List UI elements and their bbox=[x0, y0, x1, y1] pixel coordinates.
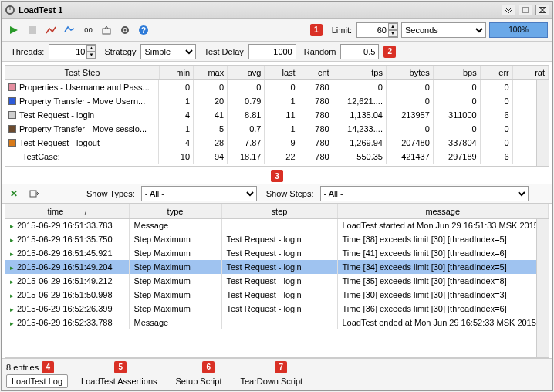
stats-header-last[interactable]: last bbox=[265, 66, 299, 79]
log-row[interactable]: 2015-06-29 16:51:49.204Step MaximumTest … bbox=[5, 260, 549, 274]
reset-statistics-button[interactable]: 0.0 bbox=[80, 22, 96, 38]
stats-header-tps[interactable]: tps bbox=[333, 66, 386, 79]
stats-header-rat[interactable]: rat bbox=[512, 66, 548, 79]
log-header-message[interactable]: message bbox=[337, 204, 549, 218]
tab-loadtest-log[interactable]: LoadTest Log bbox=[6, 374, 68, 388]
stats-cell-avg: 0 bbox=[228, 79, 265, 94]
stats-cell-max: 0 bbox=[194, 79, 228, 94]
log-row[interactable]: 2015-06-29 16:52:33.788MessageLoadTest e… bbox=[5, 316, 549, 329]
run-button[interactable] bbox=[6, 22, 22, 38]
stats-row[interactable]: Property Transfer - Move sessio...150.71… bbox=[5, 122, 549, 136]
log-cell-step: Test Request - login bbox=[221, 246, 337, 260]
parameters-bar: Threads: ▲▼ Strategy Simple Test Delay R… bbox=[2, 42, 552, 62]
stats-cell-bytes: 0 bbox=[386, 94, 433, 108]
export-button[interactable] bbox=[99, 22, 114, 38]
minimize-button[interactable] bbox=[502, 5, 515, 15]
show-steps-select[interactable]: - All - bbox=[320, 186, 529, 201]
stats-header-max[interactable]: max bbox=[194, 66, 228, 79]
log-row[interactable]: 2015-06-29 16:51:35.750Step MaximumTest … bbox=[5, 232, 549, 246]
log-cell-step bbox=[221, 218, 337, 232]
log-cell-message: Time [36] exceeds limit [30] [threadInde… bbox=[337, 302, 549, 316]
log-header-time[interactable]: time / bbox=[5, 204, 129, 218]
stats-cell-bps: 0 bbox=[433, 94, 480, 108]
stats-cell-tps: 12,621.... bbox=[333, 94, 386, 108]
stats-cell-err: 0 bbox=[480, 136, 512, 150]
log-cell-step: Test Request - login bbox=[221, 260, 337, 274]
random-input[interactable] bbox=[340, 44, 379, 59]
limit-label: Limit: bbox=[332, 25, 352, 35]
statistics-chart-button[interactable] bbox=[43, 22, 59, 38]
log-cell-step: Test Request - login bbox=[221, 302, 337, 316]
limit-spinner[interactable]: ▲▼ bbox=[388, 23, 397, 37]
stats-row[interactable]: TestCase:109418.1722780550.3542143729718… bbox=[5, 150, 549, 164]
callout-7: 7 bbox=[275, 361, 287, 373]
log-cell-message: Time [38] exceeds limit [30] [threadInde… bbox=[337, 232, 549, 246]
stats-header-min[interactable]: min bbox=[159, 66, 193, 79]
log-row[interactable]: 2015-06-29 16:51:33.783MessageLoadTest s… bbox=[5, 218, 549, 232]
stats-row[interactable]: Test Request - login4418.81117801,135.04… bbox=[5, 108, 549, 122]
stop-button[interactable] bbox=[25, 22, 40, 38]
log-table: time /typestepmessage 2015-06-29 16:51:3… bbox=[5, 204, 549, 358]
stats-cell-min: 1 bbox=[159, 122, 193, 136]
stats-cell-avg: 18.17 bbox=[228, 150, 265, 164]
strategy-select[interactable]: Simple bbox=[140, 44, 196, 59]
limit-unit-select[interactable]: Seconds bbox=[401, 22, 486, 38]
svg-rect-13 bbox=[30, 191, 36, 197]
stats-cell-avg: 0.7 bbox=[228, 122, 265, 136]
stats-cell-last: 0 bbox=[265, 79, 299, 94]
callout-1: 1 bbox=[310, 24, 323, 36]
stats-header-avg[interactable]: avg bbox=[228, 66, 265, 79]
clear-log-button[interactable]: ✕ bbox=[6, 186, 22, 201]
stats-header-err[interactable]: err bbox=[480, 66, 512, 79]
tab-setup-script[interactable]: Setup Script bbox=[171, 374, 228, 388]
stats-cell-min: 1 bbox=[159, 94, 193, 108]
titlebar: LoadTest 1 bbox=[2, 2, 552, 19]
test-delay-input[interactable] bbox=[248, 44, 296, 59]
svg-text:?: ? bbox=[141, 26, 146, 35]
log-row[interactable]: 2015-06-29 16:51:50.998Step MaximumTest … bbox=[5, 288, 549, 302]
log-cell-message: Time [41] exceeds limit [30] [threadInde… bbox=[337, 246, 549, 260]
stats-cell-cnt: 780 bbox=[299, 108, 333, 122]
help-button[interactable]: ? bbox=[136, 22, 151, 38]
log-cell-time: 2015-06-29 16:51:33.783 bbox=[5, 218, 129, 232]
callout-4: 4 bbox=[42, 361, 54, 373]
log-row[interactable]: 2015-06-29 16:51:49.212Step MaximumTest … bbox=[5, 274, 549, 288]
log-cell-time: 2015-06-29 16:51:35.750 bbox=[5, 232, 129, 246]
stats-cell-bps: 337804 bbox=[433, 136, 480, 150]
tab-loadtest-assertions[interactable]: LoadTest Assertions bbox=[76, 374, 162, 388]
log-row[interactable]: 2015-06-29 16:51:45.921Step MaximumTest … bbox=[5, 246, 549, 260]
callout-5: 5 bbox=[114, 361, 127, 373]
stats-cell-tps: 0 bbox=[333, 79, 386, 94]
export-log-button[interactable] bbox=[26, 186, 42, 201]
svg-rect-8 bbox=[103, 29, 110, 34]
maximize-button[interactable] bbox=[519, 5, 532, 15]
options-button[interactable] bbox=[117, 22, 133, 38]
stats-header-bps[interactable]: bps bbox=[433, 66, 480, 79]
stats-header-bytes[interactable]: bytes bbox=[386, 66, 433, 79]
stats-cell-bps: 0 bbox=[433, 79, 480, 94]
stats-cell-cnt: 780 bbox=[299, 94, 333, 108]
close-button[interactable] bbox=[535, 5, 549, 15]
stats-header-cnt[interactable]: cnt bbox=[299, 66, 333, 79]
stats-row[interactable]: Property Transfer - Move Usern...1200.79… bbox=[5, 94, 549, 108]
log-row[interactable]: 2015-06-29 16:52:26.399Step MaximumTest … bbox=[5, 302, 549, 316]
log-header-step[interactable]: step bbox=[221, 204, 337, 218]
stats-row[interactable]: Test Request - logout4287.8797801,269.94… bbox=[5, 136, 549, 150]
stats-cell-tps: 1,135.04 bbox=[333, 108, 386, 122]
log-header-type[interactable]: type bbox=[129, 204, 221, 218]
log-scrollbar[interactable] bbox=[536, 219, 549, 357]
log-cell-time: 2015-06-29 16:51:45.921 bbox=[5, 246, 129, 260]
stats-step-name: Property Transfer - Move Usern... bbox=[5, 94, 159, 108]
statistics-history-button[interactable] bbox=[62, 22, 77, 38]
stats-header-test-step[interactable]: Test Step bbox=[5, 66, 159, 79]
toolbar: 0.0 ? 1 Limit: ▲▼ Seconds 100% bbox=[2, 19, 552, 42]
stats-cell-bytes: 213957 bbox=[386, 108, 433, 122]
show-types-select[interactable]: - All - bbox=[141, 186, 257, 201]
log-cell-time: 2015-06-29 16:51:50.998 bbox=[5, 288, 129, 302]
tab-teardown-script[interactable]: TearDown Script bbox=[235, 374, 308, 388]
log-cell-type: Step Maximum bbox=[129, 260, 221, 274]
stats-row[interactable]: Properties - Username and Pass...0000780… bbox=[5, 79, 549, 94]
svg-point-10 bbox=[124, 29, 127, 31]
stats-scrollbar[interactable] bbox=[536, 80, 549, 166]
threads-spinner[interactable]: ▲▼ bbox=[86, 45, 96, 59]
